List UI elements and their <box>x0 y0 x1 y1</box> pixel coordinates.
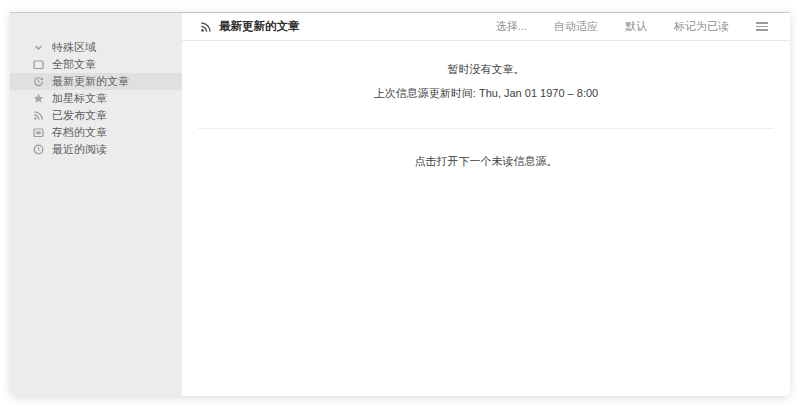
article-list-empty-state: 暂时没有文章。 上次信息源更新时间: Thu, Jan 01 1970 – 8:… <box>182 41 790 169</box>
sort-order-dropdown[interactable]: 默认 <box>625 19 647 34</box>
sidebar-item-label: 最新更新的文章 <box>52 74 129 89</box>
star-icon <box>32 93 44 105</box>
sidebar-item-label: 存档的文章 <box>52 125 107 140</box>
sidebar-item-archived-articles[interactable]: 存档的文章 <box>10 124 182 141</box>
hamburger-menu-icon[interactable] <box>756 20 768 33</box>
empty-message: 暂时没有文章。 <box>182 62 790 77</box>
sidebar-item-special-area[interactable]: 特殊区域 <box>10 39 182 56</box>
sidebar-item-starred-articles[interactable]: 加星标文章 <box>10 90 182 107</box>
header-toolbar: 选择... 自动适应 默认 标记为已读 <box>496 19 768 34</box>
content-divider <box>198 128 774 129</box>
clock-icon <box>32 144 44 156</box>
sidebar-item-all-articles[interactable]: 全部文章 <box>10 56 182 73</box>
view-mode-dropdown[interactable]: 自动适应 <box>554 19 598 34</box>
rss-icon <box>200 21 212 33</box>
feed-sidebar: 特殊区域 全部文章 最新更新的文章 加星标文章 <box>10 13 182 396</box>
last-feed-update-time: 上次信息源更新时间: Thu, Jan 01 1970 – 8:00 <box>182 86 790 101</box>
fresh-icon <box>32 76 44 88</box>
mark-as-read-button[interactable]: 标记为已读 <box>674 19 729 34</box>
sidebar-item-label: 最近的阅读 <box>52 142 107 157</box>
open-next-feed-hint[interactable]: 点击打开下一个未读信息源。 <box>182 154 790 169</box>
sidebar-item-fresh-articles[interactable]: 最新更新的文章 <box>10 73 182 90</box>
folder-icon <box>32 59 44 71</box>
select-dropdown[interactable]: 选择... <box>496 19 527 34</box>
sidebar-item-label: 加星标文章 <box>52 91 107 106</box>
app-window: 特殊区域 全部文章 最新更新的文章 加星标文章 <box>10 12 790 396</box>
main-panel: 最新更新的文章 选择... 自动适应 默认 标记为已读 暂时没有文章。 上次信息… <box>182 13 790 396</box>
feed-title-group: 最新更新的文章 <box>200 19 300 34</box>
page-title: 最新更新的文章 <box>219 19 300 34</box>
sidebar-item-recently-read[interactable]: 最近的阅读 <box>10 141 182 158</box>
toolbar-header: 最新更新的文章 选择... 自动适应 默认 标记为已读 <box>182 13 790 41</box>
sidebar-item-label: 已发布文章 <box>52 108 107 123</box>
sidebar-item-label: 全部文章 <box>52 57 96 72</box>
sidebar-item-label: 特殊区域 <box>52 40 96 55</box>
archive-icon <box>32 127 44 139</box>
chevron-down-icon <box>32 42 44 54</box>
sidebar-item-published-articles[interactable]: 已发布文章 <box>10 107 182 124</box>
rss-icon <box>32 110 44 122</box>
